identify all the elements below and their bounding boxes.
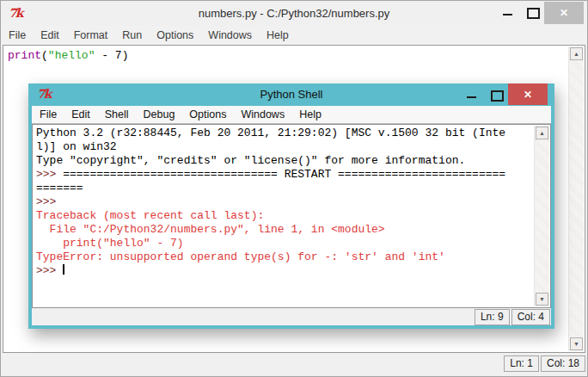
close-button[interactable]: ✕ [544,2,584,24]
close-icon: ✕ [524,89,532,101]
shell-line-indicator: Ln: 9 [475,309,510,325]
editor-menubar: File Edit Format Run Options Windows Hel… [1,26,587,45]
shell-statusbar: Ln: 9 Col: 4 [32,308,551,325]
down-arrow-icon: ▼ [573,341,579,347]
console-line: Type "copyright", "credits" or "license(… [36,154,531,168]
shell-menu-shell[interactable]: Shell [105,108,129,121]
editor-window-title: numbers.py - C:/Python32/numbers.py [199,7,390,20]
shell-window-title: Python Shell [260,88,323,101]
scroll-up-button[interactable]: ▲ [570,47,583,60]
shell-menubar: File Edit Shell Debug Options Windows He… [32,106,551,124]
menu-help[interactable]: Help [266,29,289,41]
scroll-down-button[interactable]: ▼ [570,337,583,350]
shell-scrollbar[interactable]: ▲ ▼ [534,126,549,306]
shell-close-button[interactable]: ✕ [508,83,548,105]
menu-format[interactable]: Format [74,29,108,41]
editor-statusbar: Ln: 1 Col: 18 [3,354,585,373]
close-icon: ✕ [560,7,568,19]
shell-menu-edit[interactable]: Edit [71,108,90,121]
maximize-button[interactable] [520,1,544,23]
shell-menu-file[interactable]: File [40,108,57,121]
console-line: Traceback (most recent call last): [36,209,531,223]
shell-scroll-down-button[interactable]: ▼ [536,293,548,306]
shell-scroll-up-button[interactable]: ▲ [536,127,548,139]
shell-console[interactable]: Python 3.2 (r32:88445, Feb 20 2011, 21:2… [32,124,551,308]
console-line: print("hello" - 7) [36,237,531,250]
console-line: >>> ================================ RES… [36,168,531,182]
editor-scrollbar[interactable]: ▲ ▼ [568,46,584,351]
shell-menu-options[interactable]: Options [189,108,226,121]
console-line: File "C:/Python32/numbers.py", line 1, i… [36,223,531,237]
console-line: >>> [36,195,531,209]
shell-menu-debug[interactable]: Debug [144,108,175,121]
tk-app-icon: 7k [37,87,50,101]
shell-body: File Edit Shell Debug Options Windows He… [32,106,551,325]
menu-options[interactable]: Options [156,29,193,41]
shell-column-indicator: Col: 4 [511,309,550,325]
up-arrow-icon: ▲ [539,130,545,136]
editor-titlebar[interactable]: 7k numbers.py - C:/Python32/numbers.py ✕ [1,1,587,26]
shell-maximize-button[interactable] [484,83,508,106]
editor-code: print("hello" - 7) [3,46,585,65]
shell-minimize-button[interactable] [460,83,484,106]
menu-edit[interactable]: Edit [40,29,59,41]
menu-file[interactable]: File [9,29,26,41]
console-line: l)] on win32 [36,140,531,154]
editor-line-indicator: Ln: 1 [504,355,539,372]
shell-menu-help[interactable]: Help [299,108,322,121]
shell-console-output: Python 3.2 (r32:88445, Feb 20 2011, 21:2… [33,125,550,280]
minimize-button[interactable] [496,1,520,23]
menu-windows[interactable]: Windows [208,29,252,41]
up-arrow-icon: ▲ [573,51,579,57]
console-line: Python 3.2 (r32:88445, Feb 20 2011, 21:2… [36,127,531,140]
shell-window: 7k Python Shell ✕ File Edit Shell Debug … [28,83,554,329]
editor-window: 7k numbers.py - C:/Python32/numbers.py ✕… [0,0,588,377]
console-line: TypeError: unsupported operand type(s) f… [36,250,531,264]
console-line: print("hello" - 7) [8,48,580,62]
console-line: >>> [36,264,531,278]
console-line: ======= [36,182,531,195]
menu-run[interactable]: Run [122,29,142,41]
tk-app-icon: 7k [9,6,21,20]
shell-menu-windows[interactable]: Windows [241,108,285,121]
text-cursor [63,264,64,275]
editor-column-indicator: Col: 18 [541,355,585,372]
down-arrow-icon: ▼ [539,296,545,302]
shell-titlebar[interactable]: 7k Python Shell ✕ [28,83,554,106]
